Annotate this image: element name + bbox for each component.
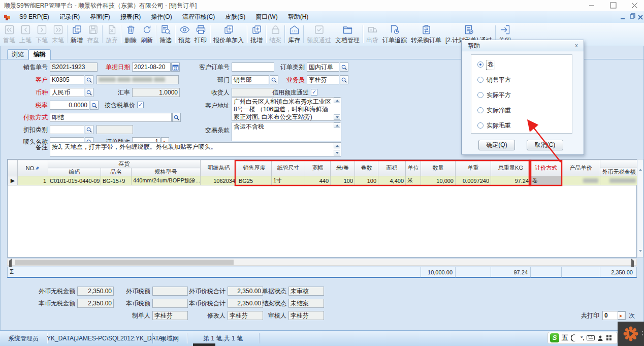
toolbar-add[interactable]: 新增	[69, 23, 85, 45]
cell-rolls[interactable]: 100	[355, 176, 378, 185]
remark-textarea[interactable]: 按J, 天地盒，打井字带，外包缠绕膜。外包装加贴客户唛头。	[50, 142, 341, 156]
minimize-icon[interactable]	[584, 0, 599, 11]
col-fc-amount[interactable]: 外币无税金额	[600, 168, 638, 176]
discount-lookup-icon[interactable]	[85, 125, 93, 134]
tab-edit[interactable]: 编辑	[28, 49, 51, 60]
maximize-icon[interactable]	[605, 0, 621, 11]
tax-field[interactable]: 0.0000	[50, 101, 89, 110]
toolbar-refresh[interactable]: 刷新	[139, 23, 155, 45]
cell-m-per-roll[interactable]: 100	[331, 176, 355, 185]
h-scroll-thumb[interactable]	[15, 260, 234, 265]
toolbar-preview[interactable]: 预览	[176, 23, 192, 45]
toolbar-to-purchase-order[interactable]: 转采购订单	[409, 23, 443, 45]
cell-width[interactable]: 440	[305, 176, 331, 185]
currency-lookup-icon[interactable]	[85, 88, 93, 97]
menu-window[interactable]: 窗口(W)	[250, 11, 282, 23]
col-barcode[interactable]: 明细条码	[201, 160, 237, 176]
ime-mode-char[interactable]: 五	[562, 332, 568, 343]
col-m-per-roll[interactable]: 米/卷	[331, 160, 355, 176]
cust-po-field[interactable]	[232, 62, 274, 72]
menu-skin[interactable]: 皮肤(S)	[220, 11, 250, 23]
remark-scroll-down-icon[interactable]	[334, 150, 340, 155]
toolbar-order-track[interactable]: 订单追踪	[380, 23, 409, 45]
toolbar-delete[interactable]: 删除	[122, 23, 139, 45]
col-spec[interactable]: 规格型号	[132, 168, 201, 176]
menu-reports[interactable]: 报表(R)	[115, 11, 146, 23]
customer-lookup-icon[interactable]	[85, 75, 93, 84]
toolbar-doc-manage[interactable]: 文档管理	[333, 23, 362, 45]
toolbar-inventory[interactable]: 库存	[286, 23, 302, 45]
toolbox-icon[interactable]	[606, 335, 612, 341]
cell-unit-price-blurred[interactable]	[562, 176, 600, 185]
tax-lookup-icon[interactable]	[90, 101, 99, 110]
currency-field[interactable]: 人民币	[50, 88, 84, 97]
col-code[interactable]: 编码	[48, 168, 101, 176]
toolbar-print[interactable]: 打印	[192, 23, 209, 45]
doc-date-field[interactable]: 2021-08-20	[132, 62, 171, 72]
ime-toolbar[interactable]: S 五 °,	[548, 332, 618, 344]
radio-option-actual-gross-weight[interactable]: 实际毛重	[477, 122, 511, 129]
col-name[interactable]: 品名	[101, 168, 132, 176]
col-area[interactable]: 面积	[378, 160, 406, 176]
terms-scroll-up-icon[interactable]	[334, 122, 340, 128]
tab-browse[interactable]: 浏览	[7, 49, 28, 59]
toolbar-add-from-quote[interactable]: 报价单加入	[211, 23, 246, 45]
close-icon[interactable]	[627, 0, 642, 11]
col-total-weight[interactable]: 总重量KG	[491, 160, 531, 176]
menu-record[interactable]: 记录(R)	[54, 11, 85, 23]
cell-pricing-mode[interactable]: 卷	[531, 176, 562, 185]
punctuation-icon[interactable]: °,	[581, 332, 584, 343]
remark-scroll-up-icon[interactable]	[334, 143, 340, 148]
col-thickness[interactable]: 销售厚度	[237, 160, 272, 176]
cell-total-weight[interactable]: 97.24	[491, 176, 531, 185]
menu-s9erp[interactable]: S9 ERP(E)	[14, 11, 54, 23]
toolbar-filter[interactable]: 筛选	[157, 23, 174, 45]
order-type-lookup-icon[interactable]	[340, 62, 348, 72]
col-pricing-mode[interactable]: 计价方式	[531, 160, 562, 176]
cell-area[interactable]: 4,400	[378, 176, 406, 185]
radio-option-roll[interactable]: 卷	[477, 61, 495, 68]
col-unit-price[interactable]: 产品单价	[562, 160, 600, 176]
scroll-down-icon[interactable]	[639, 252, 642, 259]
cell-unit[interactable]: 米	[406, 176, 421, 185]
dialog-close-icon[interactable]: x	[572, 42, 581, 50]
cell-name[interactable]: BG-15+9	[101, 176, 132, 185]
scroll-up-icon[interactable]	[639, 162, 642, 169]
cell-spec[interactable]: 440mm/24um/BOPP预涂...	[132, 176, 201, 185]
tax-incl-checkbox[interactable]: ✓	[137, 102, 144, 108]
credit-ok-checkbox[interactable]: ✓	[311, 89, 317, 96]
grid-v-scrollbar[interactable]	[637, 159, 643, 258]
col-no[interactable]: NO.	[18, 160, 48, 176]
salesman-field[interactable]: 李桂芬	[307, 75, 339, 84]
cell-no[interactable]: 1	[18, 176, 48, 185]
user-icon[interactable]	[597, 335, 603, 341]
addr-scroll-up-icon[interactable]	[334, 98, 340, 103]
col-unit-weight[interactable]: 单重	[456, 160, 491, 176]
cell-core-size[interactable]: 1寸	[272, 176, 305, 185]
toolbar-batch-add[interactable]: 批增	[248, 23, 265, 45]
keyboard-icon[interactable]	[587, 335, 595, 341]
col-group-inventory[interactable]: 存货	[48, 160, 201, 168]
col-core-size[interactable]: 纸管尺寸	[272, 160, 305, 176]
addr-scroll-down-icon[interactable]	[334, 114, 340, 120]
radio-option-actual-sqm[interactable]: 实际平方	[477, 91, 511, 99]
ok-button[interactable]: 确定(Q)	[478, 140, 515, 150]
terms-textarea[interactable]: 含运不含税	[232, 122, 341, 141]
cell-unit-weight[interactable]: 0.0097240	[456, 176, 491, 185]
radio-option-sales-sqm[interactable]: 销售平方	[477, 76, 511, 83]
customer-code-field[interactable]: K0305	[50, 75, 84, 84]
radio-option-actual-net-weight[interactable]: 实际净重	[477, 107, 511, 114]
col-unit[interactable]: 单位	[406, 160, 421, 176]
menu-operation[interactable]: 操作(O)	[146, 11, 177, 23]
row-selector-cell[interactable]: ▶	[8, 176, 18, 185]
moon-icon[interactable]	[571, 334, 578, 341]
discount-field[interactable]	[50, 125, 84, 134]
cell-fc-amount-blurred[interactable]	[600, 176, 638, 185]
order-type-field[interactable]: 国内订单	[307, 62, 339, 72]
dept-field[interactable]: 销售部	[232, 75, 269, 84]
menu-workflow[interactable]: 流程审核(C)	[177, 11, 220, 23]
cell-thickness[interactable]: BG25	[237, 176, 272, 185]
pay-lookup-icon[interactable]	[172, 113, 181, 122]
screen-record-widget[interactable]	[618, 322, 644, 346]
col-qty[interactable]: 数量	[421, 160, 456, 176]
